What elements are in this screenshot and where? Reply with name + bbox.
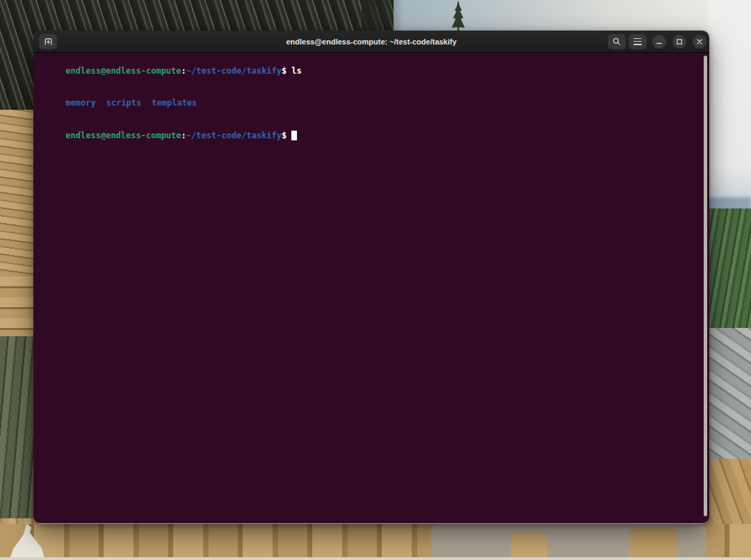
terminal-cursor [291,131,297,140]
terminal-scrollbar[interactable] [704,56,707,516]
wallpaper-left-green-shingles [0,336,33,518]
prompt-user-host: endless@endless-compute [65,131,181,140]
command-text: ls [291,66,301,76]
new-tab-button[interactable] [39,34,57,49]
prompt-separator: : [181,66,186,76]
minimize-button[interactable] [652,35,666,49]
terminal-window: endless@endless-compute: ~/test-code/tas… [33,31,709,524]
search-icon [612,37,622,47]
terminal-prompt-line: endless@endless-compute:~/test-code/task… [35,55,700,88]
directory-name: scripts [106,98,142,108]
terminal-screen[interactable]: endless@endless-compute:~/test-code/task… [33,53,709,523]
close-icon [696,38,703,45]
terminal-output-line: memoryscriptstemplates [35,88,700,120]
wallpaper-bottom-stone-tan [511,532,547,560]
menu-button[interactable] [629,34,647,49]
prompt-symbol: $ [282,131,286,140]
wallpaper-sky-right [708,0,751,208]
wallpaper-forest [708,208,751,328]
maximize-icon [676,38,683,45]
new-tab-icon [43,36,54,47]
prompt-user-host: endless@endless-compute [65,66,181,76]
prompt-separator: : [181,131,186,140]
minimize-icon [656,38,663,45]
wallpaper-rocks [708,328,751,459]
prompt-symbol: $ [282,66,286,76]
wallpaper-left-beams [0,277,33,336]
wallpaper-left-shingles [0,110,33,277]
directory-name: templates [152,98,197,108]
close-button[interactable] [693,35,706,49]
prompt-path: ~/test-code/taskify [186,66,282,76]
hamburger-menu-icon [633,38,642,45]
titlebar[interactable]: endless@endless-compute: ~/test-code/tas… [33,31,709,53]
search-button[interactable] [608,34,626,49]
wallpaper-bottom-edge [0,557,751,560]
prompt-path: ~/test-code/taskify [186,131,282,140]
wallpaper-bottom-stone-small [629,527,678,559]
directory-name: memory [65,98,95,108]
maximize-button[interactable] [672,35,686,49]
terminal-prompt-line: endless@endless-compute:~/test-code/task… [35,120,700,152]
